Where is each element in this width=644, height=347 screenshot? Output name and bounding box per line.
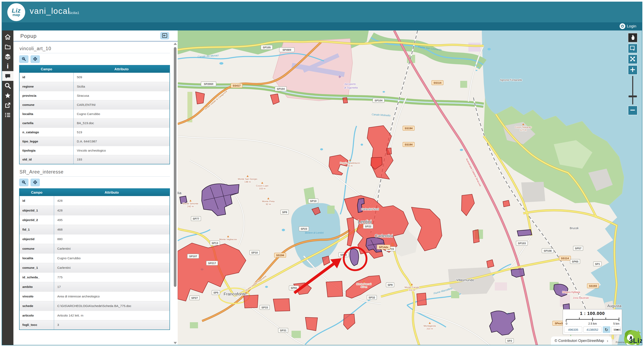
login-button[interactable]: Login [620,23,636,29]
y-coordinate-input[interactable]: 4138052 [584,327,602,333]
unit-select[interactable]: Metri [612,326,620,333]
field-value: C:\GIS\ARCHEOLOGIA\schede\Scheda BA_775.… [54,301,170,311]
field-name: ambito [19,282,54,292]
table-row: id428 [19,196,170,206]
scrollbar-thumb[interactable] [174,47,176,287]
scroll-up-arrow[interactable] [174,43,177,45]
svg-text:Monte Pinta: Monte Pinta [262,200,275,203]
svg-text:SP9: SP9 [282,211,287,214]
zoom-out-button[interactable] [628,106,638,115]
svg-text:Poggio Spadolazzo: Poggio Spadolazzo [340,162,360,164]
svg-text:310 m: 310 m [426,328,433,330]
map-viewport[interactable]: ✈ [178,30,642,345]
collapse-panel-button[interactable] [160,32,169,39]
sidebar: i [2,30,14,345]
center-on-feature-button[interactable] [30,179,40,186]
table-row: articoloArticolo 142 lett. m [19,311,170,320]
table-header-row: CampoAttributo [19,189,170,196]
layers-icon [4,53,11,60]
table-row: objectid880 [19,234,170,244]
table-row: ambito17 [19,282,170,292]
logo-text: Liz [12,8,21,13]
field-name: tipologia [19,146,74,155]
zoom-slider[interactable] [628,76,638,104]
table-row: tipo_leggeD.A. 644/1987 [19,137,170,146]
zoom-in-button[interactable] [628,65,638,75]
field-name: tipo_legge [19,137,74,146]
field-value: Articolo 142 lett. m [54,311,170,320]
field-name: objectid_2 [19,215,54,225]
zoom-box-button[interactable] [628,44,638,53]
road-badge: SP107 [188,254,199,258]
svg-text:SS417: SS417 [232,84,240,87]
x-coordinate-input[interactable]: 496335 [564,327,582,333]
road-badge: SP1 [594,262,602,266]
panel-scrollbar[interactable] [174,43,177,344]
svg-text:SP13: SP13 [212,242,218,245]
field-value: Vincolo archeologico [74,146,170,155]
sidebar-item-layers[interactable] [2,52,14,61]
lizmap-logo: Liz map [7,3,25,21]
sidebar-item-share[interactable] [2,100,14,110]
road-badge: SP49/II [279,47,294,52]
field-name: fogli_tocc [19,320,54,330]
road-badge: SP32 [367,295,377,300]
popup-panel-header: Popup [14,30,178,41]
field-name: objectid_1 [19,206,54,215]
sidebar-item-search[interactable] [2,81,14,91]
field-name: vincolo [19,292,54,301]
column-header: Campo [19,65,74,73]
svg-text:SP105: SP105 [263,46,270,49]
road-badge: SP9 [386,283,394,287]
table-row: old_id193 [19,155,170,164]
sidebar-item-home[interactable] [2,32,14,42]
svg-text:SP22: SP22 [365,225,372,228]
map-canvas[interactable]: ✈ [178,30,642,345]
field-value: 775 [54,273,170,282]
star-icon [4,92,11,99]
svg-text:SS194: SS194 [276,254,284,257]
scroll-down-arrow[interactable] [174,342,177,344]
road-badge: SP57 [573,246,583,251]
road-badge: SS193 [587,284,599,288]
coordinate-bar: 496335 4138052 ↻ Metri [563,326,622,335]
pan-tool-button[interactable] [628,33,638,42]
zoom-extent-button[interactable] [628,54,638,64]
table-row: comuneCARLENTINI [19,100,170,109]
field-value: Carlentini [54,244,170,253]
town-label: Brucoli [570,227,578,230]
road-badge: SP13 [210,241,220,245]
sidebar-item-info[interactable]: i [2,61,14,71]
sidebar-item-favorites[interactable] [2,91,14,100]
login-bar: Login [2,22,642,30]
refresh-icon: ↻ [605,328,608,332]
center-on-feature-button[interactable] [30,55,40,63]
sidebar-item-popup[interactable] [2,71,14,81]
road-badge: SP104 [373,98,384,103]
field-name: n_catalogo [19,128,74,137]
scale-tick-0: 0 [566,322,567,325]
osm-attribution-link[interactable]: © Contributori OpenStreetMap [554,339,604,343]
scale-tick-mid: 2.5 km [588,322,597,325]
table-header-row: CampoAttributo [19,65,170,73]
sidebar-item-projects[interactable] [2,42,14,52]
field-value: Siracusa [74,91,170,100]
field-value: D.A. 644/1987 [74,137,170,146]
field-name: provincia [19,91,74,100]
refresh-coords-button[interactable]: ↻ [603,326,610,333]
svg-text:SP23: SP23 [301,227,307,230]
zoom-to-feature-button[interactable] [19,179,28,186]
svg-text:93 m: 93 m [348,165,353,167]
svg-text:Monte Pancali: Monte Pancali [356,283,372,285]
road-badge: SP31 [278,328,288,333]
column-header: Campo [19,189,54,196]
table-row: cartellaBA_519.doc [19,118,170,128]
road-badge: SP27 [190,296,200,300]
zoom-to-feature-button[interactable] [19,55,28,63]
search-icon [4,82,11,89]
zoom-slider-handle[interactable] [628,95,637,97]
attribution-expand-chevron[interactable]: › [607,339,608,343]
sidebar-item-legend[interactable] [2,110,14,120]
field-value: 3 [54,320,170,330]
field-name: cartella [19,118,74,128]
